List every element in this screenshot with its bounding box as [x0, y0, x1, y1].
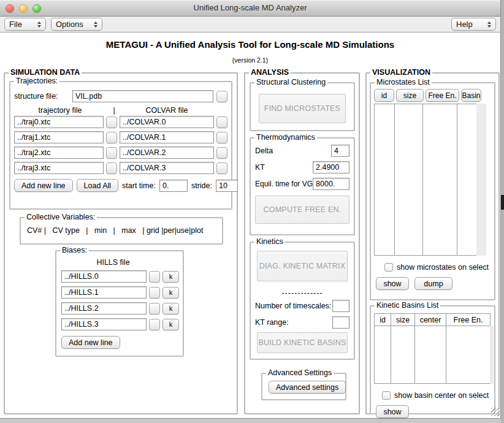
trajectory-row [14, 162, 227, 174]
k-button[interactable]: k [162, 287, 179, 299]
visualization-frame: VISUALIZATION Microstates List id size F… [365, 72, 500, 414]
scrollbar-area[interactable] [490, 326, 494, 384]
basins-center-header[interactable]: center [414, 313, 446, 326]
add-new-line-button[interactable]: Add new line [61, 336, 120, 349]
file-menu-label: File [9, 20, 22, 29]
trajectory-file-input[interactable] [14, 147, 104, 159]
hills-row: k [61, 270, 179, 283]
microstates-basin-listbox[interactable] [457, 104, 477, 256]
resize-grip[interactable] [491, 408, 500, 416]
kt-range-input[interactable] [332, 316, 349, 329]
browse-button[interactable] [106, 132, 117, 143]
microstates-size-listbox[interactable] [394, 104, 423, 256]
browse-button[interactable] [216, 162, 227, 174]
structure-file-input[interactable] [72, 90, 213, 102]
colvar-file-input[interactable] [120, 116, 214, 128]
trajectory-file-input[interactable] [14, 162, 104, 174]
browse-button[interactable] [216, 132, 227, 143]
advanced-settings-button[interactable]: Advanced settings [269, 381, 346, 394]
browse-button[interactable] [216, 91, 227, 102]
browse-button[interactable] [149, 303, 160, 314]
k-button[interactable]: k [162, 319, 179, 330]
microstates-list-frame: Microstates List id size Free En. Basin … [370, 82, 495, 300]
basins-show-button[interactable]: show [376, 405, 409, 418]
browse-button[interactable] [149, 271, 160, 283]
build-kinetic-basins-button[interactable]: BUILD KINETIC BASINS [257, 332, 348, 353]
hills-file-column-header: HILLS file [56, 258, 170, 267]
colvar-file-input[interactable] [120, 162, 214, 174]
stride-input[interactable] [216, 180, 238, 192]
structural-clustering-label: Structural Clustering [254, 78, 327, 86]
microstates-size-header-button[interactable]: size [396, 89, 424, 102]
page-subtitle: (version 2.1) [0, 56, 500, 64]
microstates-free-energy-listbox[interactable] [422, 104, 457, 256]
help-menu-button[interactable]: Help [451, 18, 496, 31]
simulation-data-label: SIMULATION DATA [9, 68, 82, 77]
add-new-line-button[interactable]: Add new line [14, 179, 73, 192]
structural-clustering-frame: Structural Clustering FIND MICROSTATES [250, 82, 355, 131]
trajectory-file-input[interactable] [14, 131, 104, 143]
show-microstates-checkbox[interactable] [384, 263, 393, 272]
app-window: Unified Long-scale MD Analyzer File Opti… [0, 0, 501, 419]
basins-id-listbox[interactable] [374, 326, 391, 384]
scrollbar-area[interactable] [476, 104, 486, 256]
basins-id-header[interactable]: id [374, 313, 391, 326]
microstates-free-energy-header-button[interactable]: Free En. [426, 89, 459, 102]
find-microstates-button[interactable]: FIND MICROSTATES [259, 94, 346, 123]
basins-free-energy-listbox[interactable] [446, 326, 491, 384]
collective-variables-frame: Collective Variables: CV# | CV type | mi… [20, 217, 223, 245]
browse-button[interactable] [149, 319, 160, 330]
browse-button[interactable] [106, 162, 117, 174]
simulation-data-frame: SIMULATION DATA Trajectories: structure … [4, 72, 238, 414]
hills-file-input[interactable] [61, 302, 147, 314]
trajectory-file-input[interactable] [14, 116, 104, 128]
k-button[interactable]: k [162, 303, 179, 314]
equil-time-input[interactable] [313, 178, 349, 190]
browse-button[interactable] [216, 147, 227, 159]
basins-size-listbox[interactable] [391, 326, 415, 384]
basins-center-listbox[interactable] [414, 326, 446, 384]
basins-size-header[interactable]: size [391, 313, 415, 326]
stride-label: stride: [191, 181, 212, 190]
options-menu-label: Options [56, 20, 83, 29]
diag-kinetic-matrix-button[interactable]: DIAG. KINETIC MATRIX [257, 251, 348, 281]
browse-button[interactable] [149, 287, 160, 299]
browse-button[interactable] [216, 116, 227, 128]
delta-label: Delta [255, 147, 273, 155]
hills-file-input[interactable] [61, 270, 147, 283]
hills-file-input[interactable] [61, 286, 147, 299]
equil-time-label: Equil. time for VG [255, 180, 313, 188]
delta-input[interactable] [331, 145, 349, 157]
hills-file-input[interactable] [61, 318, 147, 330]
compute-free-energy-button[interactable]: COMPUTE FREE EN. [255, 196, 349, 224]
basins-free-energy-header[interactable]: Free En. [446, 313, 491, 326]
k-button[interactable]: k [162, 271, 179, 283]
timescales-label: Number of timescales: [255, 302, 331, 310]
show-basin-center-checkbox-label: show basin center on select [394, 391, 489, 400]
microstates-id-listbox[interactable] [374, 104, 395, 256]
biases-frame: Biases: HILLS file k k k k [55, 250, 184, 357]
trajectory-row [14, 116, 227, 128]
colvar-file-input[interactable] [120, 131, 214, 143]
file-menu-button[interactable]: File [4, 18, 46, 31]
start-time-input[interactable] [159, 180, 188, 192]
browse-button[interactable] [106, 116, 117, 128]
options-menu-button[interactable]: Options [51, 18, 102, 31]
kinetics-separator: ------------- [251, 289, 354, 297]
trajectories-label: Trajectories: [14, 77, 59, 85]
browse-button[interactable] [106, 147, 117, 159]
microstates-show-button[interactable]: show [376, 277, 409, 290]
kt-label: KT [255, 163, 265, 172]
colvar-file-input[interactable] [120, 147, 214, 159]
kinetic-basins-list-label: Kinetic Basins List [375, 301, 440, 310]
timescales-input[interactable] [332, 300, 349, 312]
thermodynamics-frame: Thermodynamics Delta KT Equil. time for … [250, 137, 355, 235]
microstates-id-header-button[interactable]: id [374, 89, 394, 102]
microstates-dump-button[interactable]: dump [414, 277, 452, 290]
hills-row: k [61, 302, 179, 314]
kt-input[interactable] [313, 161, 349, 173]
show-basin-center-checkbox[interactable] [382, 391, 391, 400]
microstates-basin-header-button[interactable]: Basin [461, 89, 481, 102]
load-all-button[interactable]: Load All [77, 179, 118, 192]
kt-range-label: KT range: [255, 318, 289, 327]
